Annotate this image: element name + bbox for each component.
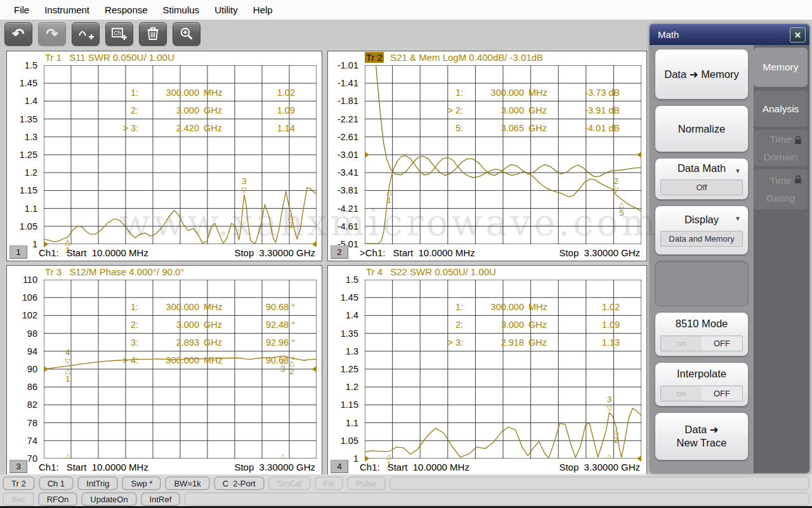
trace-format-label: S22 SWR 0.050U/ 1.00U [390,266,496,277]
toggle-on[interactable]: on [661,336,702,351]
y-axis-tick: 1.3 [346,346,358,356]
y-axis-tick: -3.81 [337,185,358,195]
plot-grid-area: △1▽3△2△1:300.000MHz1.022:3.000GHz1.09> 3… [365,280,641,459]
marker-readout-table: 1:300.000MHz1.022:3.000GHz1.09> 3:2.918G… [433,298,620,351]
marker-readout-row: 2:3.000GHz1.09 [433,316,620,334]
y-axis-tick: -4.61 [337,221,358,231]
trace-label[interactable]: Tr 3 [44,266,63,277]
zoom-icon [179,26,194,41]
marker-readout-row: 1:300.000MHz-3.73 dB [433,84,620,101]
y-axis-tick: 1.4 [25,96,37,106]
interpolate-button[interactable]: InterpolateonOFF [655,362,749,407]
status-tr-2[interactable]: Tr 2 [3,476,35,490]
marker-readout-row: > 3:2.420GHz1.14 [108,119,295,137]
math-panel-header[interactable]: Math ✕ [650,24,809,45]
undo-button[interactable]: ↶ [4,22,32,46]
status-updateon[interactable]: UpdateOn [81,492,136,506]
plot-title: Tr 1S11 SWR 0.050U/ 1.00U [44,52,174,63]
tab-memory[interactable]: Memory [754,48,808,87]
softkey-label: Interpolate [677,368,726,380]
channel-number-badge[interactable]: 4 [331,460,348,473]
math-panel-tab-column: MemoryAnalysisTime DomainTime Gating [754,45,809,473]
status-srccal[interactable]: SrcCal [268,476,311,490]
data-new-trace-button[interactable]: Data ➜New Trace [655,412,749,460]
add-trace-button[interactable] [72,22,100,46]
channel-number-badge[interactable]: 3 [10,460,27,473]
marker-readout-row: > 4:300.000MHz90.68 ° [108,351,295,369]
channel-label: Ch1: [360,462,380,472]
on-off-toggle[interactable]: onOFF [660,335,743,351]
menu-stimulus[interactable]: Stimulus [155,1,207,18]
plot-grid-area: △1▽2△51:300.000MHz-3.73 dB> 2:3.000GHz-3… [365,65,641,244]
softkey-label: Data ➜ [684,424,718,436]
status-bw-1k[interactable]: BW=1k [165,476,209,490]
channel-label: Ch1: [39,247,59,258]
on-off-toggle[interactable]: onOFF [660,386,743,401]
softkey-value[interactable]: Data and Memory [660,231,743,247]
softkey-label: Normalize [678,123,725,135]
data-memory-button[interactable]: Data ➜ Memory [655,49,749,100]
channel-number-badge[interactable]: 2 [331,245,348,259]
y-axis-tick: 1.5 [25,60,37,70]
menu-file[interactable]: File [6,1,37,18]
trace-label[interactable]: Tr 1 [44,52,63,63]
toggle-off[interactable]: OFF [702,336,742,351]
toggle-on[interactable]: on [661,386,702,401]
status-pulse[interactable]: Pulse [347,476,386,490]
status-intref[interactable]: IntRef [141,492,181,506]
y-axis-tick: -1.41 [337,78,358,88]
y-axis-labels: -1.01-1.41-1.81-2.21-2.61-3.01-3.41-3.81… [328,65,361,244]
math-panel-body: MemoryAnalysisTime DomainTime Gating Dat… [650,45,809,473]
status-c-2-port[interactable]: C 2-Port [214,476,265,490]
channel-number-badge[interactable]: 1 [10,245,27,259]
y-axis-tick: 1.2 [346,382,358,392]
trace-label[interactable]: Tr 2 [365,52,384,63]
add-channel-icon: Ch [111,26,128,41]
math-panel-title: Math [658,29,679,40]
y-axis-tick: 1.25 [341,364,358,374]
marker-readout-row: 1:300.000MHz1.02 [433,298,620,316]
y-axis-tick: 94 [27,346,37,356]
plot-tr4: Tr 4S22 SWR 0.050U/ 1.00U1.51.451.41.351… [327,265,647,476]
stop-frequency-label: Stop 3.30000 GHz [559,247,640,258]
softkey-value[interactable]: Off [660,179,743,195]
softkey-label: Display [684,214,719,226]
start-frequency-label: Start 10.0000 MHz [393,247,475,258]
math-panel: Math ✕ MemoryAnalysisTime DomainTime Gat… [650,24,809,473]
data-math-button[interactable]: Data Math▼Off [655,158,749,200]
menu-help[interactable]: Help [246,1,280,18]
y-axis-tick: 106 [22,292,37,303]
delete-button[interactable] [139,22,167,46]
status-fix[interactable]: Fix [315,476,343,490]
menu-utility[interactable]: Utility [207,1,246,18]
zoom-button[interactable] [173,22,200,46]
close-icon[interactable]: ✕ [790,27,806,42]
status-swp-[interactable]: Swp * [122,476,161,490]
tab-time-domain[interactable]: Time Domain [754,130,808,166]
status-rfon[interactable]: RFOn [38,492,78,506]
status-svc[interactable]: Svc [3,492,34,506]
toggle-off[interactable]: OFF [702,386,742,401]
y-axis-labels: 1101061029894908682787470 [7,280,40,459]
status-inttrig[interactable]: IntTrig [77,476,118,490]
trace-format-label: S12/M Phase 4.000°/ 90.0° [69,266,184,277]
8510-mode-button[interactable]: 8510 ModeonOFF [655,312,749,356]
y-axis-tick: -3.41 [337,167,358,178]
tab-analysis[interactable]: Analysis [754,91,808,127]
tab-time-gating[interactable]: Time Gating [754,169,808,209]
display-button[interactable]: Display▼Data and Memory [655,205,749,255]
math-panel-buttons: Data ➜ MemoryNormalizeData Math▼OffDispl… [650,45,754,473]
menu-response[interactable]: Response [97,1,155,18]
stop-frequency-label: Stop 3.30000 GHz [234,462,315,472]
status-ch-1[interactable]: Ch 1 [39,476,74,490]
menu-instrument[interactable]: Instrument [37,1,97,18]
marker-readout-row: > 3:2.918GHz1.13 [433,334,620,351]
trace-label[interactable]: Tr 4 [365,266,384,277]
marker-readout-table: 1:300.000MHz90.68 °2:3.000GHz92.48 °3:2.… [108,298,295,369]
marker-readout-row: 2:3.000GHz1.09 [108,101,295,119]
normalize-button[interactable]: Normalize [655,105,749,152]
add-channel-button[interactable]: Ch [105,22,133,46]
plot-footer: 4Ch1:Start 10.0000 MHzStop 3.30000 GHz [328,459,646,475]
plot-footer: 3Ch1:Start 10.0000 MHzStop 3.30000 GHz [7,459,322,475]
redo-button[interactable]: ↷ [38,22,66,46]
